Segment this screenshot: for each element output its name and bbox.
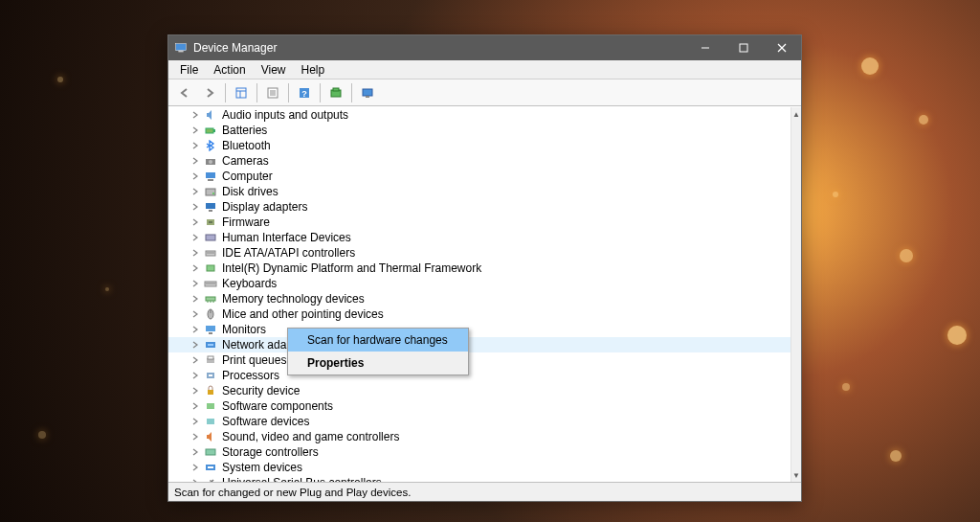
svg-rect-28 <box>209 210 212 212</box>
menu-action[interactable]: Action <box>206 61 253 79</box>
expander-icon[interactable] <box>189 479 201 482</box>
expander-icon[interactable] <box>189 418 201 425</box>
svg-rect-25 <box>206 189 215 195</box>
expander-icon[interactable] <box>189 387 201 395</box>
expander-icon[interactable] <box>189 218 201 226</box>
tree-item[interactable]: Storage controllers <box>168 444 791 460</box>
device-manager-window: Device Manager File Action View Help ? A… <box>167 34 802 502</box>
tree-item[interactable]: Intel(R) Dynamic Platform and Thermal Fr… <box>168 261 791 276</box>
svg-rect-20 <box>213 129 215 132</box>
expander-icon[interactable] <box>189 402 201 410</box>
expander-icon[interactable] <box>189 249 201 257</box>
audio-icon <box>203 108 218 122</box>
properties-button[interactable] <box>261 82 284 103</box>
window-title: Device Manager <box>193 41 686 55</box>
minimize-button[interactable] <box>686 35 724 60</box>
expander-icon[interactable] <box>189 372 201 379</box>
network-icon <box>203 338 218 352</box>
expander-icon[interactable] <box>189 111 201 119</box>
expander-icon[interactable] <box>189 341 201 349</box>
tree-item[interactable]: Processors <box>168 368 791 383</box>
svg-rect-43 <box>206 326 215 331</box>
tree-item[interactable]: Disk drives <box>168 184 791 199</box>
tree-item[interactable]: Monitors <box>168 322 791 337</box>
tree-item-label: Mice and other pointing devices <box>222 307 384 321</box>
svg-rect-30 <box>209 221 212 223</box>
svg-rect-23 <box>206 172 215 178</box>
monitor-icon <box>203 323 218 336</box>
camera-icon <box>203 154 218 168</box>
expander-icon[interactable] <box>189 234 201 241</box>
system-icon <box>203 461 218 474</box>
tree-item-label: Universal Serial Bus controllers <box>222 476 382 482</box>
tree-item-label: Audio inputs and outputs <box>222 108 348 122</box>
firmware-icon <box>203 216 218 229</box>
battery-icon <box>203 124 218 137</box>
tree-item[interactable]: Computer <box>168 169 791 184</box>
ctx-scan-hardware[interactable]: Scan for hardware changes <box>288 329 468 352</box>
device-tree[interactable]: Audio inputs and outputsBatteriesBluetoo… <box>168 107 791 482</box>
vertical-scrollbar[interactable]: ▲ ▼ <box>791 107 801 482</box>
menu-view[interactable]: View <box>254 61 294 79</box>
tree-item-label: IDE ATA/ATAPI controllers <box>222 246 355 260</box>
tree-item[interactable]: Software components <box>168 398 791 414</box>
expander-icon[interactable] <box>189 464 201 471</box>
tree-item-label: Security device <box>222 384 300 397</box>
expander-icon[interactable] <box>189 448 201 456</box>
tree-item[interactable]: IDE ATA/ATAPI controllers <box>168 245 791 261</box>
expander-icon[interactable] <box>189 126 201 134</box>
forward-button[interactable] <box>198 82 221 103</box>
tree-item-label: Bluetooth <box>222 139 271 152</box>
tree-item[interactable]: Security device <box>168 383 791 398</box>
close-button[interactable] <box>763 35 801 60</box>
tree-item[interactable]: Bluetooth <box>168 138 791 153</box>
tree-item[interactable]: Network adapt <box>168 337 791 352</box>
expander-icon[interactable] <box>189 264 201 272</box>
computer-icon <box>203 170 218 183</box>
tree-item[interactable]: Batteries <box>168 123 791 138</box>
tree-item[interactable]: Universal Serial Bus controllers <box>168 475 791 482</box>
maximize-button[interactable] <box>724 35 763 60</box>
svg-rect-37 <box>206 297 215 301</box>
tree-item[interactable]: Software devices <box>168 414 791 429</box>
tree-item[interactable]: System devices <box>168 460 791 475</box>
help-button[interactable]: ? <box>293 82 316 103</box>
expander-icon[interactable] <box>189 172 201 180</box>
expander-icon[interactable] <box>189 356 201 364</box>
scroll-down-arrow[interactable]: ▼ <box>791 468 802 482</box>
toolbar: ? <box>168 79 801 106</box>
scan-hardware-button[interactable] <box>324 82 347 103</box>
tree-item-label: Disk drives <box>222 185 278 198</box>
scroll-up-arrow[interactable]: ▲ <box>791 107 802 121</box>
tree-item[interactable]: Mice and other pointing devices <box>168 306 791 322</box>
ctx-properties[interactable]: Properties <box>288 352 468 374</box>
expander-icon[interactable] <box>189 188 201 195</box>
tree-item[interactable]: Sound, video and game controllers <box>168 429 791 444</box>
tree-item[interactable]: Memory technology devices <box>168 291 791 306</box>
expander-icon[interactable] <box>189 326 201 333</box>
expander-icon[interactable] <box>189 203 201 211</box>
tree-item[interactable]: Firmware <box>168 215 791 230</box>
expander-icon[interactable] <box>189 142 201 149</box>
expander-icon[interactable] <box>189 295 201 303</box>
show-hide-console-tree-button[interactable] <box>230 82 253 103</box>
expander-icon[interactable] <box>189 433 201 441</box>
tree-item[interactable]: Cameras <box>168 153 791 169</box>
tree-item-label: Keyboards <box>222 277 277 290</box>
monitor-button[interactable] <box>356 82 379 103</box>
expander-icon[interactable] <box>189 310 201 318</box>
disk-icon <box>203 185 218 198</box>
tree-item[interactable]: Keyboards <box>168 276 791 291</box>
tree-item[interactable]: Human Interface Devices <box>168 230 791 245</box>
tree-item[interactable]: Audio inputs and outputs <box>168 107 791 123</box>
tree-item[interactable]: Display adapters <box>168 199 791 215</box>
tree-item-label: System devices <box>222 461 302 474</box>
titlebar[interactable]: Device Manager <box>168 35 801 60</box>
expander-icon[interactable] <box>189 280 201 287</box>
menu-help[interactable]: Help <box>294 61 333 79</box>
expander-icon[interactable] <box>189 157 201 165</box>
tree-item-label: Computer <box>222 170 273 183</box>
menu-file[interactable]: File <box>172 61 206 79</box>
back-button[interactable] <box>173 82 196 103</box>
tree-item[interactable]: Print queues <box>168 352 791 368</box>
